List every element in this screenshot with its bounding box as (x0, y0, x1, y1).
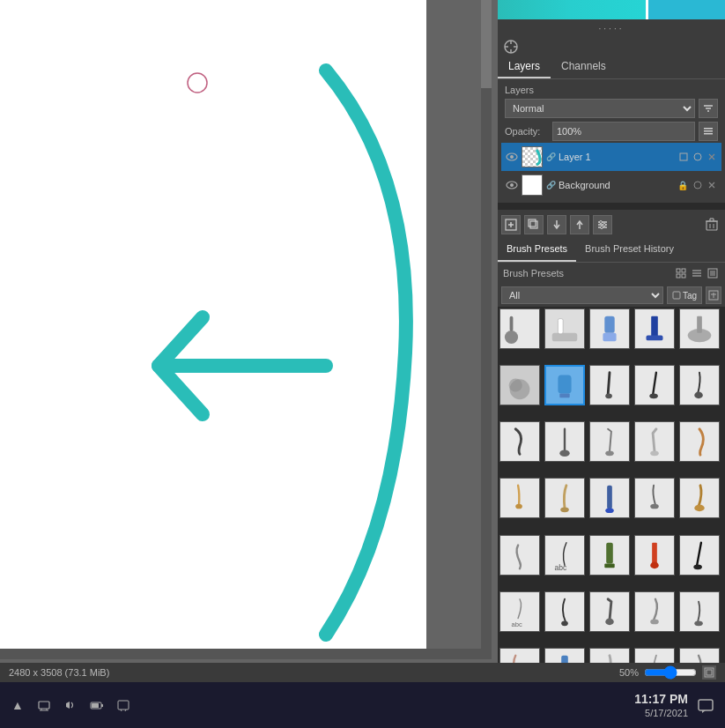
brush-options-btn[interactable] (706, 286, 721, 304)
brush-presets-menu-btn[interactable] (706, 266, 720, 280)
color-bar-left (498, 0, 646, 19)
brush-presets-icon-buttons (674, 266, 720, 280)
canvas[interactable] (0, 0, 426, 659)
filter-icon-btn[interactable] (699, 99, 718, 118)
brush-cell-3[interactable] (589, 308, 630, 349)
tab-brush-preset-history[interactable]: Brush Preset History (576, 240, 683, 262)
brush-cell-9[interactable] (634, 365, 675, 405)
taskbar-right: 11:17 PM 5/17/2021 (634, 692, 688, 718)
brush-cell-5[interactable] (679, 308, 720, 349)
canvas-vertical-scrollbar[interactable] (481, 0, 492, 659)
brush-cell-2[interactable] (544, 308, 585, 349)
tab-layers[interactable]: Layers (498, 56, 551, 78)
svg-point-75 (559, 450, 569, 457)
brush-cell-6[interactable] (499, 365, 540, 405)
date: 5/17/2021 (645, 708, 688, 718)
brush-cell-25[interactable] (679, 535, 720, 576)
svg-line-71 (653, 373, 656, 396)
brush-cell-1[interactable] (499, 308, 540, 349)
svg-rect-109 (92, 703, 99, 708)
layer-row-layer1[interactable]: 🔗 Layer 1 (501, 143, 721, 171)
brush-cell-21[interactable] (499, 535, 540, 576)
layer-row-background[interactable]: 🔗 Background 🔒 (501, 171, 721, 199)
brush-cell-24[interactable] (634, 535, 675, 576)
tab-channels[interactable]: Channels (551, 56, 617, 78)
brush-cell-10[interactable] (679, 365, 720, 405)
layer1-icon-buttons (677, 151, 718, 163)
brush-cell-15[interactable] (679, 421, 720, 462)
taskbar-icon-network[interactable] (35, 696, 53, 714)
layers-panel: Layers Normal Opacity: (498, 79, 725, 203)
svg-point-16 (694, 153, 701, 160)
background-visibility-toggle[interactable] (505, 178, 519, 192)
brush-cell-19[interactable] (634, 478, 675, 518)
brush-cell-18[interactable] (589, 478, 630, 518)
svg-point-30 (600, 221, 603, 224)
settings-brush-btn[interactable] (593, 215, 612, 234)
layer1-option1[interactable] (677, 151, 690, 163)
add-brush-btn[interactable] (501, 215, 521, 234)
layer1-option2[interactable] (692, 151, 704, 163)
brush-cell-30[interactable] (679, 591, 720, 632)
brush-tag-btn[interactable]: Tag (667, 286, 702, 304)
opacity-input[interactable] (552, 122, 695, 141)
delete-brush-btn[interactable] (702, 215, 721, 234)
taskbar-icon-tablet[interactable] (115, 696, 132, 714)
tab-brush-presets[interactable]: Brush Presets (498, 240, 576, 262)
background-option2[interactable] (706, 179, 718, 191)
svg-rect-60 (603, 333, 616, 342)
brush-cell-27[interactable] (544, 591, 585, 632)
svg-rect-59 (604, 316, 614, 333)
brush-cell-17[interactable] (544, 478, 585, 518)
canvas-area (0, 0, 492, 659)
copy-brush-btn[interactable] (524, 215, 544, 234)
taskbar-icon-battery[interactable] (88, 696, 106, 714)
brush-cell-20[interactable] (679, 478, 720, 518)
brush-cell-26[interactable]: abc (499, 591, 540, 632)
brush-cell-4[interactable] (634, 308, 675, 349)
notification-btn[interactable] (695, 695, 716, 716)
layer1-option3[interactable] (706, 151, 718, 163)
brush-cell-8[interactable] (589, 365, 630, 405)
background-thumbnail (522, 175, 543, 196)
brush-category-select[interactable]: All (501, 286, 663, 304)
layer1-visibility-toggle[interactable] (505, 150, 519, 164)
brush-presets-icon1[interactable] (674, 266, 688, 280)
svg-point-32 (601, 227, 603, 229)
brush-cell-29[interactable] (634, 591, 675, 632)
background-icon-buttons (692, 179, 718, 191)
status-bar: 2480 x 3508 (73.1 MiB) 50% (0, 663, 725, 682)
brush-cell-11[interactable] (499, 421, 540, 462)
canvas-scroll-thumb[interactable] (481, 0, 492, 88)
panel-divider (498, 203, 725, 210)
brush-presets-icon2[interactable] (690, 266, 704, 280)
brush-cell-13[interactable] (589, 421, 630, 462)
taskbar-icon-up[interactable]: ▲ (9, 696, 26, 714)
svg-rect-80 (607, 486, 612, 509)
brush-cell-23[interactable] (589, 535, 630, 576)
background-option1[interactable] (692, 179, 704, 191)
brush-cell-7[interactable] (544, 365, 585, 405)
panel-collapse-handle[interactable]: ····· (498, 19, 725, 37)
blend-mode-select[interactable]: Normal (505, 99, 695, 118)
up-brush-btn[interactable] (570, 215, 589, 234)
brush-cell-16[interactable] (499, 478, 540, 518)
taskbar-icon-volume[interactable] (62, 696, 79, 714)
brush-cell-14[interactable] (634, 421, 675, 462)
brush-toolbar (498, 210, 725, 240)
target-icon[interactable] (498, 37, 725, 56)
svg-point-77 (650, 451, 659, 457)
svg-rect-85 (606, 542, 613, 563)
zoom-slider[interactable] (644, 665, 697, 680)
down-brush-btn[interactable] (547, 215, 566, 234)
taskbar-icons: ▲ (9, 696, 132, 714)
svg-line-69 (608, 373, 610, 396)
brush-cell-22[interactable]: abc (544, 535, 585, 576)
fullscreen-btn[interactable] (702, 665, 716, 680)
opacity-options-btn[interactable] (699, 122, 718, 141)
brush-cell-28[interactable] (589, 591, 630, 632)
brush-cell-12[interactable] (544, 421, 585, 462)
canvas-horizontal-scrollbar[interactable] (0, 649, 492, 659)
svg-point-70 (605, 394, 612, 399)
svg-rect-33 (707, 221, 717, 230)
